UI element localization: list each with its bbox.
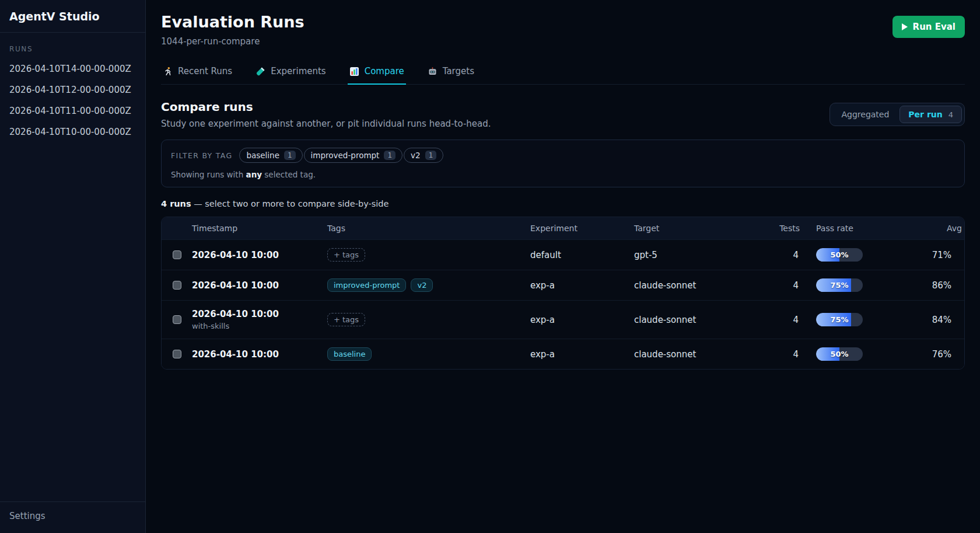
add-tags-button[interactable]: + tags xyxy=(327,313,365,326)
pass-rate-cell: 75% xyxy=(802,313,900,326)
run-timestamp: 2026-04-10 10:00 xyxy=(192,349,327,360)
run-count-summary: 4 runs — select two or more to compare s… xyxy=(161,199,965,208)
page-title: Evaluation Runs xyxy=(161,13,304,31)
tests-cell: 4 xyxy=(767,250,802,260)
filter-note-mode: any xyxy=(246,170,262,179)
pass-rate-label: 50% xyxy=(816,248,863,262)
checkbox-cell xyxy=(162,281,192,290)
compare-description: Study one experiment against another, or… xyxy=(161,119,491,129)
tests-cell: 4 xyxy=(767,280,802,291)
table-row[interactable]: 2026-04-10 10:00with-skills+ tagsexp-acl… xyxy=(162,300,964,339)
avg-cell: 76% xyxy=(900,349,964,360)
filter-tag-improved-prompt[interactable]: improved-prompt1 xyxy=(304,148,402,163)
timestamp-cell: 2026-04-10 10:00 xyxy=(192,349,327,360)
filter-note: Showing runs with any selected tag. xyxy=(171,170,955,179)
column-header-tags: Tags xyxy=(327,224,530,233)
pass-rate-pill: 75% xyxy=(816,278,863,292)
tab-recent-runs[interactable]: Recent Runs xyxy=(161,61,234,85)
filter-note-suffix: selected tag. xyxy=(262,170,316,179)
avg-cell: 84% xyxy=(900,315,964,325)
run-eval-button[interactable]: Run Eval xyxy=(892,16,965,38)
sidebar: AgentV Studio RUNS 2026-04-10T14-00-00-0… xyxy=(0,0,146,533)
run-sublabel: with-skills xyxy=(192,322,327,330)
run-timestamp: 2026-04-10 10:00 xyxy=(192,250,327,260)
row-checkbox[interactable] xyxy=(173,250,181,259)
filter-note-prefix: Showing runs with xyxy=(171,170,246,179)
compare-heading-block: Compare runs Study one experiment agains… xyxy=(161,100,491,129)
app-title: AgentV Studio xyxy=(0,0,145,33)
page-title-block: Evaluation Runs 1044-per-run-compare xyxy=(161,13,304,47)
sidebar-spacer xyxy=(0,143,145,501)
checkbox-cell xyxy=(162,250,192,259)
page-header: Evaluation Runs 1044-per-run-compare Run… xyxy=(161,13,965,47)
pass-rate-pill: 50% xyxy=(816,248,863,262)
run-count-hint: — select two or more to compare side-by-… xyxy=(191,199,389,208)
timestamp-cell: 2026-04-10 10:00 xyxy=(192,280,327,291)
pass-rate-label: 50% xyxy=(816,347,863,361)
tab-experiments[interactable]: Experiments xyxy=(254,61,327,85)
tags-cell: baseline xyxy=(327,347,530,361)
column-header-avg: Avg xyxy=(900,224,964,233)
robot-icon xyxy=(428,67,438,76)
row-checkbox[interactable] xyxy=(173,315,181,324)
main-content: Evaluation Runs 1044-per-run-compare Run… xyxy=(146,0,980,533)
view-toggle-count: 4 xyxy=(949,110,953,119)
app-window: AgentV Studio RUNS 2026-04-10T14-00-00-0… xyxy=(0,0,980,533)
checkbox-cell xyxy=(162,350,192,358)
row-checkbox[interactable] xyxy=(173,350,181,358)
sidebar-run-item[interactable]: 2026-04-10T14-00-00-000Z xyxy=(0,59,145,79)
pass-rate-label: 75% xyxy=(816,313,863,326)
settings-link[interactable]: Settings xyxy=(9,511,46,521)
filter-tag-count: 1 xyxy=(425,151,437,160)
filter-tag-count: 1 xyxy=(384,151,396,160)
table-row[interactable]: 2026-04-10 10:00+ tagsdefaultgpt-5450%71… xyxy=(162,239,964,270)
tag-chip-v2[interactable]: v2 xyxy=(411,278,433,292)
target-cell: gpt-5 xyxy=(634,250,767,260)
tab-bar: Recent RunsExperimentsCompareTargets xyxy=(161,61,965,85)
avg-cell: 71% xyxy=(900,250,964,260)
run-timestamp: 2026-04-10 10:00 xyxy=(192,280,327,291)
column-header-pass-rate: Pass rate xyxy=(802,224,900,233)
tab-label: Targets xyxy=(443,66,474,76)
filter-tag-baseline[interactable]: baseline1 xyxy=(239,148,302,163)
timestamp-cell: 2026-04-10 10:00 xyxy=(192,250,327,260)
add-tags-button[interactable]: + tags xyxy=(327,248,365,262)
pass-rate-cell: 50% xyxy=(802,248,900,262)
run-eval-label: Run Eval xyxy=(913,22,956,32)
page-subtitle: 1044-per-run-compare xyxy=(161,36,304,47)
sidebar-run-item[interactable]: 2026-04-10T10-00-00-000Z xyxy=(0,122,145,142)
target-cell: claude-sonnet xyxy=(634,280,767,291)
sidebar-run-item[interactable]: 2026-04-10T11-00-00-000Z xyxy=(0,101,145,121)
bar-chart-icon xyxy=(349,67,359,76)
tab-targets[interactable]: Targets xyxy=(426,61,476,85)
experiment-cell: exp-a xyxy=(530,349,634,360)
filter-tag-v2[interactable]: v21 xyxy=(404,148,443,163)
view-toggle-aggregated[interactable]: Aggregated xyxy=(832,106,898,123)
column-header-tests: Tests xyxy=(767,224,802,233)
tag-chip-improved-prompt[interactable]: improved-prompt xyxy=(327,278,406,292)
tags-cell: + tags xyxy=(327,313,530,326)
sidebar-run-item[interactable]: 2026-04-10T12-00-00-000Z xyxy=(0,80,145,100)
tests-cell: 4 xyxy=(767,349,802,360)
column-header-timestamp: Timestamp xyxy=(192,224,327,233)
pass-rate-cell: 75% xyxy=(802,278,900,292)
filter-panel: FILTER BY TAG baseline1improved-prompt1v… xyxy=(161,140,965,187)
tags-cell: improved-promptv2 xyxy=(327,278,530,292)
experiment-cell: exp-a xyxy=(530,280,634,291)
row-checkbox[interactable] xyxy=(173,281,181,290)
target-cell: claude-sonnet xyxy=(634,349,767,360)
runner-icon xyxy=(163,67,173,76)
tab-label: Compare xyxy=(365,66,404,76)
pass-rate-label: 75% xyxy=(816,278,863,292)
view-toggle-per-run[interactable]: Per run4 xyxy=(900,106,962,123)
tab-compare[interactable]: Compare xyxy=(348,61,406,85)
pass-rate-cell: 50% xyxy=(802,347,900,361)
filter-chip-list: baseline1improved-prompt1v21 xyxy=(239,148,444,163)
table-row[interactable]: 2026-04-10 10:00improved-promptv2exp-acl… xyxy=(162,270,964,300)
tag-chip-baseline[interactable]: baseline xyxy=(327,347,372,361)
table-body: 2026-04-10 10:00+ tagsdefaultgpt-5450%71… xyxy=(162,239,964,369)
table-row[interactable]: 2026-04-10 10:00baselineexp-aclaude-sonn… xyxy=(162,339,964,369)
runs-table: TimestampTagsExperimentTargetTestsPass r… xyxy=(161,217,965,370)
view-toggle: AggregatedPer run4 xyxy=(830,103,965,126)
pass-rate-pill: 50% xyxy=(816,347,863,361)
